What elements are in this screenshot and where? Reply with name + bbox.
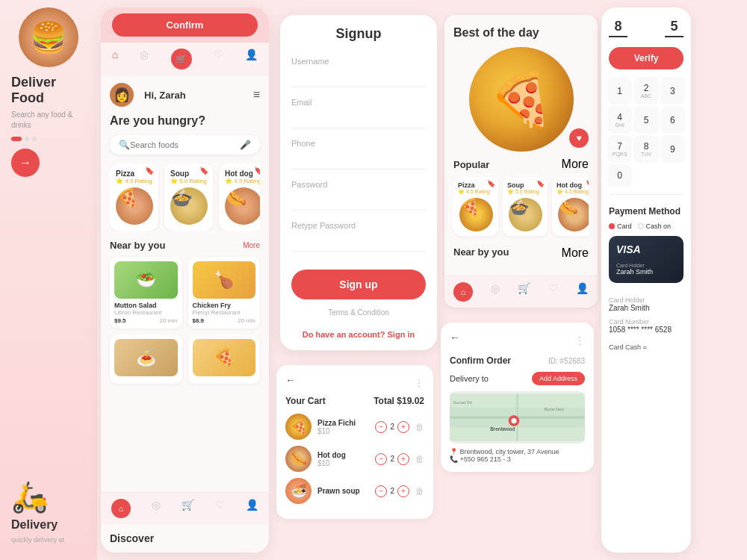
svg-text:Byron Hwy: Byron Hwy <box>545 407 565 411</box>
num-7-button[interactable]: 7PQRS <box>607 135 632 163</box>
cart-bottom-icon[interactable]: 🛒 <box>182 499 194 518</box>
cart-hotdog-plus[interactable]: + <box>397 453 409 465</box>
bookmark-hotdog: 🔖 <box>254 167 260 175</box>
popular-header: Popular More <box>453 158 589 171</box>
profile-bottom-icon[interactable]: 👤 <box>246 499 258 518</box>
best-home-icon[interactable]: ⌂ <box>453 282 473 302</box>
num-1-button[interactable]: 1 <box>607 77 632 105</box>
cart-pizza-plus[interactable]: + <box>397 421 409 433</box>
cart-hotdog-delete[interactable]: 🗑 <box>415 454 424 464</box>
num-4-button[interactable]: 4GHI <box>607 106 632 134</box>
confirm-options-icon[interactable]: ⋮ <box>574 335 585 346</box>
cart-pizza-price: $10 <box>317 427 369 435</box>
hero-pizza-image <box>469 47 574 152</box>
explore-nav-icon[interactable]: ◎ <box>140 49 149 69</box>
cart-total-value: $19.02 <box>397 396 424 406</box>
popular-card-pizza[interactable]: 🔖 Pizza ⭐ 4.5 Rating 🍕 <box>453 177 498 236</box>
pop-soup-image: 🍲 <box>509 198 542 231</box>
popular-card-hotdog[interactable]: 🔖 Hot dog ⭐ 4.5 Rating 🌭 <box>552 177 589 236</box>
favorites-bottom-icon[interactable]: ♡ <box>215 499 225 518</box>
food-card-hotdog[interactable]: 🔖 Hot dog ⭐ 4.5 Rating 🌭 <box>219 164 260 231</box>
cart-back-arrow[interactable]: ← <box>285 374 296 386</box>
cart-pizza-delete[interactable]: 🗑 <box>415 422 424 432</box>
best-nearby-more[interactable]: More <box>562 246 589 260</box>
pizza-rating: ⭐ 4.5 Rating <box>116 178 152 184</box>
nearby-card-pizza2[interactable]: 🍕 <box>188 335 261 384</box>
num-5-button[interactable]: 5 <box>633 106 658 134</box>
add-address-button[interactable]: Add Address <box>532 372 585 385</box>
retype-input[interactable] <box>291 233 426 252</box>
home-nav-icon[interactable]: ⌂ <box>112 49 118 69</box>
map-svg: Sunset Rd Byron Hwy Brentwood <box>450 391 585 444</box>
num-9-button[interactable]: 9 <box>660 135 685 163</box>
signin-link[interactable]: Sign in <box>388 330 415 339</box>
num-0-button[interactable]: 0 <box>607 164 632 187</box>
card-option[interactable]: Card <box>609 223 632 230</box>
next-arrow-button[interactable]: → <box>11 149 40 177</box>
nearby-card-salad[interactable]: 🥗 Mutton Salad Libron Restaurant $9.5 20… <box>110 257 182 329</box>
num-6-button[interactable]: 6 <box>660 106 685 134</box>
username-field-group: Username <box>291 57 426 87</box>
phone-label: Phone <box>291 139 426 148</box>
nearby-card-pasta[interactable]: 🍝 <box>110 335 182 384</box>
favorite-heart-button[interactable]: ♥ <box>569 128 589 148</box>
password-input[interactable] <box>291 192 426 211</box>
explore-bottom-icon[interactable]: ◎ <box>152 499 161 518</box>
best-cart-icon[interactable]: 🛒 <box>518 282 530 302</box>
num-2-button[interactable]: 2ABC <box>633 77 658 105</box>
mic-icon[interactable]: 🎤 <box>240 140 251 150</box>
popular-more-link[interactable]: More <box>562 158 589 171</box>
dot-2 <box>25 137 29 141</box>
verify-button[interactable]: Verify <box>609 47 684 69</box>
nearby-card-chicken[interactable]: 🍗 Chicken Fry Pietop Restaurant $8.9 20 … <box>188 257 261 329</box>
search-icon: 🔍 <box>119 140 130 150</box>
bm-soup: 🔖 <box>536 180 545 187</box>
terms-text[interactable]: Terms & Condition <box>291 308 426 317</box>
phone-input[interactable] <box>291 151 426 169</box>
cart-prawn-plus[interactable]: + <box>397 485 409 497</box>
pop-hotdog-image: 🌭 <box>558 198 589 231</box>
signup-button[interactable]: Sign up <box>291 270 426 299</box>
soup-rating: ⭐ 5.0 Rating <box>170 178 207 184</box>
top-bar: Confirm <box>101 7 269 43</box>
cart-hotdog-minus[interactable]: − <box>375 453 387 465</box>
cart-options-icon[interactable]: ⋮ <box>414 377 424 389</box>
welcome-subtitle: Search any food & drinks <box>11 110 86 131</box>
profile-nav-icon[interactable]: 👤 <box>245 49 258 69</box>
pin-digit-1: 8 <box>609 19 627 37</box>
username-input[interactable] <box>291 69 426 87</box>
confirm-order-header: Confirm Order ID: #52683 <box>450 355 585 366</box>
num-8-button[interactable]: 8TUV <box>633 135 658 163</box>
best-profile-icon[interactable]: 👤 <box>576 282 589 302</box>
card-number-label: Card Number <box>609 318 684 326</box>
home-bottom-icon[interactable]: ⌂ <box>111 499 131 518</box>
cart-pizza-minus[interactable]: − <box>375 421 387 433</box>
chicken-image: 🍗 <box>193 261 256 299</box>
cash-option[interactable]: Cash on <box>638 223 672 230</box>
chicken-name: Chicken Fry <box>193 302 256 309</box>
cart-nav-icon[interactable]: 🛒 <box>171 49 192 69</box>
email-label: Email <box>291 98 426 107</box>
best-favorites-icon[interactable]: ♡ <box>548 282 558 302</box>
cart-prawn-delete[interactable]: 🗑 <box>415 486 424 497</box>
num-3-button[interactable]: 3 <box>660 77 685 105</box>
food-card-soup[interactable]: 🔖 Soup ⭐ 5.0 Rating 🍲 <box>164 164 213 231</box>
favorites-nav-icon[interactable]: ♡ <box>214 49 223 69</box>
best-explore-icon[interactable]: ◎ <box>491 282 500 302</box>
food-card-pizza[interactable]: 🔖 Pizza ⭐ 4.5 Rating 🍕 <box>110 164 158 231</box>
menu-icon[interactable]: ≡ <box>253 88 260 102</box>
confirm-button[interactable]: Confirm <box>112 13 258 37</box>
nearby-more-link[interactable]: More <box>243 241 260 249</box>
search-input[interactable] <box>130 140 240 149</box>
cart-item-hotdog: 🌭 Hot dog $10 − 2 + 🗑 <box>285 446 424 472</box>
email-input[interactable] <box>291 110 426 128</box>
pop-soup-rating: ⭐ 5.0 Rating <box>507 189 543 195</box>
delivery-subtitle: quickly delivery at <box>11 535 86 545</box>
visa-card-display: VISA Card Holder Zarah Smith <box>609 236 684 283</box>
confirm-back-arrow[interactable]: ← <box>450 332 460 343</box>
salad-restaurant: Libron Restaurant <box>114 309 178 316</box>
cart-prawn-minus[interactable]: − <box>375 485 387 497</box>
bm-hotdog: 🔖 <box>586 180 589 187</box>
bookmark-soup: 🔖 <box>199 167 208 175</box>
popular-card-soup[interactable]: 🔖 Soup ⭐ 5.0 Rating 🍲 <box>503 177 548 236</box>
